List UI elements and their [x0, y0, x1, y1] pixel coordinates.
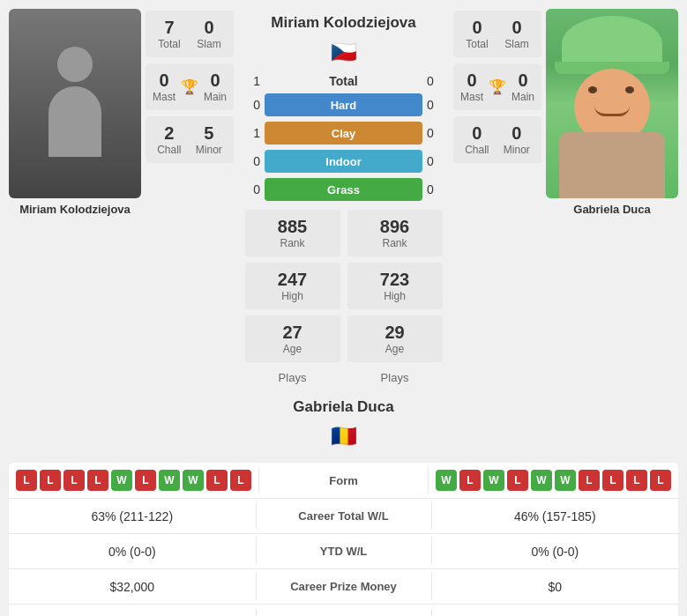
right-high-label: High [352, 290, 438, 302]
left-player-photo [9, 9, 141, 198]
right-career-wl: 46% (157-185) [432, 502, 679, 531]
left-player-name: Miriam Kolodziejova [9, 198, 141, 220]
left-form-badges: LLLLWLWWLL [9, 463, 258, 498]
form-badge-l: L [459, 470, 481, 491]
form-badge-w: W [436, 470, 457, 491]
left-rank-label: Rank [250, 237, 336, 249]
clay-button[interactable]: Clay [265, 122, 422, 145]
body [559, 132, 665, 198]
right-total-slam: 0 Total 0 Slam [453, 11, 541, 57]
form-badge-l: L [626, 470, 647, 491]
left-minor-value: 5 [204, 123, 213, 143]
left-age-label: Age [250, 343, 336, 355]
right-high-value: 723 [352, 270, 438, 290]
right-ytd-titles: 0 [432, 608, 679, 616]
clay-score-left: 1 [238, 126, 265, 140]
match-row-hard: 0 Hard 0 [238, 91, 449, 119]
left-center-stats: 885 Rank 247 High 27 Age Plays [245, 208, 340, 389]
right-rank-box: 896 Rank [347, 210, 443, 256]
right-stats-panel: 0 Total 0 Slam 0 [453, 9, 541, 220]
form-badge-l: L [63, 470, 85, 491]
left-slam-value: 0 [204, 18, 213, 37]
left-top: Miriam Kolodziejova 7 Total 0 [9, 9, 234, 220]
right-slam-value: 0 [512, 18, 521, 37]
left-chall-minor: 2 Chall 5 Minor [146, 116, 234, 163]
form-badge-l: L [650, 470, 671, 491]
career-wl-label: Career Total W/L [256, 502, 432, 530]
hard-score-left: 0 [238, 98, 265, 112]
main-container: Miriam Kolodziejova 7 Total 0 [0, 0, 687, 616]
left-mast-main: 0 Mast 🏆 0 Main [146, 63, 234, 110]
ytd-wl-row: 0% (0-0) YTD W/L 0% (0-0) [9, 534, 678, 569]
ytd-wl-label: YTD W/L [256, 538, 432, 565]
right-main-value: 0 [518, 71, 527, 90]
center-panel: Miriam Kolodziejova 🇨🇿 1 Total 0 0 Hard … [238, 9, 449, 456]
form-label: Form [258, 467, 429, 494]
indoor-score-right: 0 [422, 154, 449, 168]
right-ytd-wl: 0% (0-0) [432, 538, 679, 566]
left-total-label: Total [158, 38, 180, 50]
total-label: Total [265, 74, 422, 88]
left-chall-value: 2 [164, 123, 174, 143]
form-row: LLLLWLWWLL Form WLWLWWLLLL [9, 463, 678, 499]
right-eye [625, 86, 634, 93]
right-photo-column: Gabriela Duca [546, 9, 678, 220]
right-player-photo [546, 9, 678, 198]
right-age-value: 29 [352, 323, 438, 343]
left-player-section: Miriam Kolodziejova 7 Total 0 [9, 9, 234, 456]
grass-score-right: 0 [422, 182, 449, 197]
left-mast-value: 0 [159, 71, 168, 90]
left-flag: 🇨🇿 [331, 40, 357, 64]
comparison-section: Miriam Kolodziejova 7 Total 0 [9, 9, 678, 456]
match-row-grass: 0 Grass 0 [238, 175, 449, 204]
right-mast-label: Mast [460, 91, 483, 103]
prize-money-row: $32,000 Career Prize Money $0 [9, 569, 678, 605]
right-minor-value: 0 [512, 123, 521, 143]
left-trophy-icon: 🏆 [181, 78, 198, 95]
right-rank-label: Rank [352, 237, 438, 249]
left-eye [588, 86, 597, 93]
right-chall-minor: 0 Chall 0 Minor [453, 116, 541, 163]
right-player-section: 0 Total 0 Slam 0 [453, 9, 678, 456]
left-main-label: Main [204, 91, 227, 103]
left-total-value: 7 [164, 18, 174, 37]
match-row-indoor: 0 Indoor 0 [238, 147, 449, 175]
hard-button[interactable]: Hard [265, 93, 422, 116]
form-badge-w: W [531, 470, 552, 491]
right-chall-value: 0 [472, 123, 482, 143]
right-plays-label: Plays [347, 367, 443, 389]
silhouette-head [57, 47, 93, 82]
right-total-label: Total [466, 38, 488, 50]
right-trophy-icon: 🏆 [489, 78, 506, 95]
grass-button[interactable]: Grass [265, 178, 422, 201]
right-slam-label: Slam [504, 38, 528, 50]
left-main-value: 0 [210, 71, 220, 90]
left-prize-money: $32,000 [9, 573, 256, 601]
right-total-value: 0 [472, 18, 482, 37]
match-row-clay: 1 Clay 0 [238, 119, 449, 147]
form-badge-w: W [183, 470, 204, 491]
right-player-name-center: Gabriela Duca [284, 393, 402, 421]
indoor-score-left: 0 [238, 154, 265, 168]
right-age-label: Age [352, 343, 438, 355]
left-stats-panel: 7 Total 0 Slam 0 [146, 9, 234, 220]
indoor-button[interactable]: Indoor [265, 150, 422, 173]
right-mast-value: 0 [467, 71, 476, 90]
left-ytd-titles: 0 [9, 608, 256, 616]
total-score-right: 0 [422, 74, 449, 88]
right-minor-label: Minor [504, 144, 530, 156]
left-high-label: High [250, 290, 336, 302]
left-age-box: 27 Age [245, 315, 340, 362]
ytd-titles-label: YTD Titles [256, 609, 432, 616]
right-high-box: 723 High [347, 263, 443, 309]
right-prize-money: $0 [432, 573, 679, 601]
center-info-boxes: 885 Rank 247 High 27 Age Plays [238, 208, 449, 389]
form-badge-l: L [16, 470, 37, 491]
grass-score-left: 0 [238, 182, 265, 197]
total-score-left: 1 [238, 74, 265, 88]
bottom-stats-table: LLLLWLWWLL Form WLWLWWLLLL 63% (211-122)… [9, 463, 678, 616]
left-high-value: 247 [250, 270, 336, 290]
form-badge-l: L [579, 470, 600, 491]
right-rank-value: 896 [352, 217, 438, 237]
form-badge-l: L [602, 470, 624, 491]
